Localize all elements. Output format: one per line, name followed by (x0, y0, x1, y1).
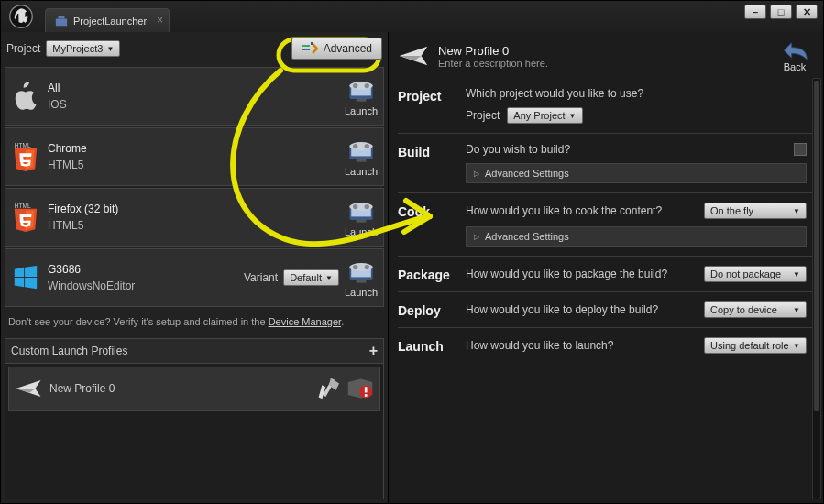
caret-down-icon: ▼ (569, 112, 577, 120)
advanced-button[interactable]: Advanced (291, 38, 382, 60)
launch-button[interactable]: Launch (345, 258, 378, 298)
section-cook: Cook How would you like to cook the cont… (398, 192, 816, 256)
cook-advanced-settings[interactable]: ▷ Advanced Settings (466, 226, 807, 247)
section-question: Do you wish to build? (466, 143, 570, 156)
advanced-label: Advanced (324, 42, 372, 55)
project-field-label: Project (466, 109, 500, 122)
package-dropdown-value: Do not package (710, 268, 781, 279)
device-row[interactable]: HTML Chrome HTML5 Launch (5, 127, 384, 186)
device-row[interactable]: HTML Firefox (32 bit) HTML5 Launch (5, 188, 384, 247)
deploy-dropdown-value: Copy to device (710, 304, 777, 315)
svg-point-24 (353, 203, 357, 208)
launch-icon (345, 198, 378, 225)
right-panel: New Profile 0 Enter a description here. … (389, 32, 823, 503)
launch-button[interactable]: Launch (345, 77, 378, 116)
paper-plane-icon (398, 43, 429, 69)
back-label: Back (784, 61, 806, 72)
launch-label: Launch (345, 287, 378, 298)
svg-point-31 (365, 264, 369, 268)
svg-rect-35 (365, 394, 368, 397)
tab-close-icon[interactable]: × (157, 14, 163, 27)
expand-icon: ▷ (474, 170, 479, 178)
advanced-icon (302, 42, 318, 55)
launch-label: Launch (345, 105, 378, 116)
section-label: Deploy (398, 301, 460, 318)
device-title: G3686 (48, 263, 135, 276)
add-profile-button[interactable]: + (369, 343, 378, 359)
window-close-button[interactable]: ✕ (796, 5, 818, 19)
svg-rect-22 (357, 220, 367, 223)
scrollbar[interactable] (812, 78, 821, 499)
cook-dropdown[interactable]: On the fly ▼ (704, 203, 807, 219)
profile-desc-label[interactable]: Enter a description here. (438, 58, 548, 69)
advanced-settings-label: Advanced Settings (485, 231, 569, 242)
cook-dropdown-value: On the fly (710, 205, 753, 216)
deploy-dropdown[interactable]: Copy to device ▼ (704, 301, 807, 318)
profile-row[interactable]: New Profile 0 (8, 367, 380, 411)
device-row[interactable]: G3686 WindowsNoEditor Variant Default ▼ … (5, 248, 384, 307)
section-label: Project (398, 87, 460, 124)
project-select-value: MyProject3 (52, 43, 103, 54)
section-build: Build Do you wish to build? ▷ Advanced S… (398, 133, 816, 192)
section-question: Which project would you like to use? (466, 87, 807, 100)
package-dropdown[interactable]: Do not package ▼ (704, 266, 807, 282)
expand-icon: ▷ (474, 233, 479, 241)
svg-rect-3 (302, 45, 310, 47)
build-checkbox[interactable] (794, 143, 807, 156)
device-title: All (48, 82, 67, 94)
section-deploy: Deploy How would you like to deploy the … (398, 291, 816, 327)
launch-icon (345, 137, 378, 165)
back-arrow-icon (781, 39, 808, 61)
build-advanced-settings[interactable]: ▷ Advanced Settings (466, 163, 807, 183)
device-sub: HTML5 (48, 159, 87, 171)
section-label: Build (398, 143, 460, 183)
profile-name-label[interactable]: New Profile 0 (438, 44, 548, 58)
back-button[interactable]: Back (781, 39, 816, 72)
svg-rect-34 (365, 387, 368, 392)
device-sub: HTML5 (48, 219, 118, 232)
svg-point-25 (365, 203, 369, 208)
device-sub: IOS (48, 98, 67, 111)
paper-plane-icon (15, 378, 42, 399)
svg-point-30 (353, 264, 357, 268)
launch-dropdown[interactable]: Using default role ▼ (704, 337, 807, 354)
window-minimize-button[interactable]: – (744, 5, 766, 19)
edit-profile-icon[interactable] (313, 375, 341, 402)
section-package: Package How would you like to package th… (398, 256, 816, 291)
advanced-settings-label: Advanced Settings (485, 168, 569, 179)
device-title: Firefox (32 bit) (48, 203, 118, 215)
scrollbar-thumb[interactable] (814, 81, 819, 411)
launch-button[interactable]: Launch (345, 198, 378, 237)
launch-icon (345, 77, 378, 104)
project-dropdown[interactable]: Any Project ▼ (507, 107, 582, 124)
launch-button[interactable]: Launch (345, 137, 378, 177)
caret-down-icon: ▼ (793, 270, 800, 279)
svg-point-10 (353, 82, 357, 87)
window-maximize-button[interactable]: □ (770, 5, 792, 19)
profile-name: New Profile 0 (49, 382, 115, 395)
variant-select[interactable]: Default ▼ (283, 269, 339, 286)
section-question: How would you like to launch? (466, 339, 613, 352)
svg-point-11 (365, 82, 369, 87)
section-question: How would you like to cook the content? (466, 204, 662, 217)
profiles-header-label: Custom Launch Profiles (11, 345, 127, 357)
svg-rect-4 (302, 49, 310, 50)
caret-down-icon: ▼ (793, 207, 800, 215)
section-label: Package (398, 266, 460, 282)
profile-error-icon[interactable] (346, 377, 374, 400)
custom-profiles-panel: Custom Launch Profiles + New Profile 0 (5, 338, 384, 499)
device-help-text: Don't see your device? Verify it's setup… (5, 311, 384, 334)
windows-icon (11, 263, 40, 292)
launch-icon (345, 258, 378, 286)
tab-projectlauncher[interactable]: ProjectLauncher × (45, 8, 170, 32)
device-row[interactable]: All IOS Launch (5, 67, 384, 126)
caret-down-icon: ▼ (793, 342, 800, 350)
launch-label: Launch (345, 226, 378, 237)
svg-rect-5 (311, 42, 313, 45)
section-question: How would you like to package the build? (466, 268, 667, 280)
launch-dropdown-value: Using default role (710, 340, 789, 351)
section-label: Launch (398, 337, 460, 354)
device-manager-link[interactable]: Device Manager (269, 316, 342, 327)
project-select[interactable]: MyProject3 ▼ (46, 40, 120, 57)
project-label: Project (6, 42, 40, 55)
